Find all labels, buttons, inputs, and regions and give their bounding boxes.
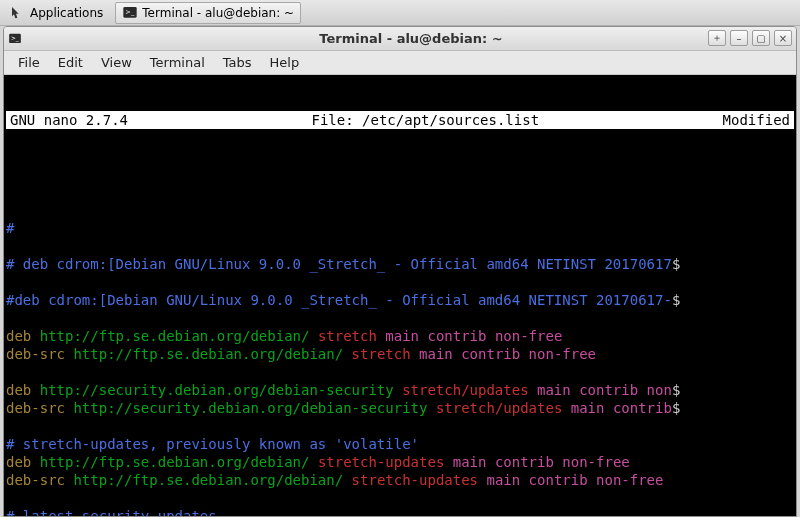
text-segment: # bbox=[6, 220, 14, 236]
text-segment: $ bbox=[672, 256, 680, 272]
text-segment: main contrib bbox=[571, 400, 672, 416]
editor-line bbox=[6, 489, 794, 507]
text-segment: http://ftp.se.debian.org/debian/ bbox=[40, 454, 318, 470]
editor-line: deb-src http://security.debian.org/debia… bbox=[6, 399, 794, 417]
editor-line bbox=[6, 417, 794, 435]
editor-line bbox=[6, 273, 794, 291]
maximize-button[interactable]: ▢ bbox=[752, 30, 770, 46]
editor-line: # bbox=[6, 219, 794, 237]
text-segment: http://ftp.se.debian.org/debian/ bbox=[73, 472, 351, 488]
text-segment: main contrib non-free bbox=[486, 472, 663, 488]
text-segment: http://security.debian.org/debian-securi… bbox=[40, 382, 402, 398]
terminal-window: >_ Terminal - alu@debian: ~ ＋ – ▢ × File… bbox=[3, 26, 797, 517]
text-segment: stretch bbox=[352, 346, 419, 362]
terminal-output[interactable]: GNU nano 2.7.4 File: /etc/apt/sources.li… bbox=[4, 75, 796, 516]
text-segment: deb-src bbox=[6, 472, 73, 488]
menubar: File Edit View Terminal Tabs Help bbox=[4, 51, 796, 75]
editor-line: deb http://ftp.se.debian.org/debian/ str… bbox=[6, 453, 794, 471]
text-segment: main contrib non bbox=[537, 382, 672, 398]
menu-terminal[interactable]: Terminal bbox=[142, 53, 213, 72]
text-segment: stretch/updates bbox=[402, 382, 537, 398]
menu-edit[interactable]: Edit bbox=[50, 53, 91, 72]
window-buttons: ＋ – ▢ × bbox=[708, 30, 792, 46]
text-segment: # latest security updates bbox=[6, 508, 217, 516]
text-segment: http://security.debian.org/debian-securi… bbox=[73, 400, 435, 416]
text-segment: # deb cdrom:[Debian GNU/Linux 9.0.0 _Str… bbox=[6, 256, 672, 272]
mouse-icon bbox=[10, 5, 26, 21]
menu-file[interactable]: File bbox=[10, 53, 48, 72]
svg-text:>_: >_ bbox=[11, 35, 19, 42]
editor-line: #deb cdrom:[Debian GNU/Linux 9.0.0 _Stre… bbox=[6, 291, 794, 309]
close-button[interactable]: × bbox=[774, 30, 792, 46]
window-title: Terminal - alu@debian: ~ bbox=[26, 31, 796, 46]
text-segment: $ bbox=[672, 292, 680, 308]
nano-modified-label: Modified bbox=[719, 111, 794, 129]
text-segment: main contrib non-free bbox=[419, 346, 596, 362]
taskbar-item-label: Terminal - alu@debian: ~ bbox=[142, 6, 294, 20]
editor-line: # latest security updates bbox=[6, 507, 794, 516]
text-segment: main contrib non-free bbox=[453, 454, 630, 470]
desktop-panel: Applications >_ Terminal - alu@debian: ~ bbox=[0, 0, 800, 26]
editor-line bbox=[6, 237, 794, 255]
text-segment: http://ftp.se.debian.org/debian/ bbox=[73, 346, 351, 362]
text-segment: main contrib non-free bbox=[385, 328, 562, 344]
terminal-icon: >_ bbox=[122, 5, 138, 21]
text-segment: deb bbox=[6, 382, 40, 398]
text-segment: deb-src bbox=[6, 400, 73, 416]
editor-line bbox=[6, 363, 794, 381]
applications-label: Applications bbox=[30, 6, 103, 20]
text-segment: deb-src bbox=[6, 346, 73, 362]
editor-line: deb-src http://ftp.se.debian.org/debian/… bbox=[6, 345, 794, 363]
taskbar-item-terminal[interactable]: >_ Terminal - alu@debian: ~ bbox=[115, 2, 301, 24]
menu-view[interactable]: View bbox=[93, 53, 140, 72]
nano-program-label: GNU nano 2.7.4 bbox=[6, 111, 132, 129]
text-segment: deb bbox=[6, 328, 40, 344]
text-segment: $ bbox=[672, 382, 680, 398]
editor-line bbox=[6, 309, 794, 327]
extra-button[interactable]: ＋ bbox=[708, 30, 726, 46]
text-segment: http://ftp.se.debian.org/debian/ bbox=[40, 328, 318, 344]
minimize-button[interactable]: – bbox=[730, 30, 748, 46]
text-segment: stretch bbox=[318, 328, 385, 344]
editor-line: # deb cdrom:[Debian GNU/Linux 9.0.0 _Str… bbox=[6, 255, 794, 273]
menu-help[interactable]: Help bbox=[262, 53, 308, 72]
text-segment: # stretch-updates, previously known as '… bbox=[6, 436, 419, 452]
text-segment: deb bbox=[6, 454, 40, 470]
nano-status-bar: GNU nano 2.7.4 File: /etc/apt/sources.li… bbox=[6, 111, 794, 129]
editor-line: deb http://ftp.se.debian.org/debian/ str… bbox=[6, 327, 794, 345]
menu-tabs[interactable]: Tabs bbox=[215, 53, 260, 72]
nano-file-label: File: /etc/apt/sources.list bbox=[132, 111, 719, 129]
titlebar[interactable]: >_ Terminal - alu@debian: ~ ＋ – ▢ × bbox=[4, 27, 796, 51]
text-segment: $ bbox=[672, 400, 680, 416]
text-segment: stretch-updates bbox=[352, 472, 487, 488]
text-segment: stretch-updates bbox=[318, 454, 453, 470]
text-segment: #deb cdrom:[Debian GNU/Linux 9.0.0 _Stre… bbox=[6, 292, 672, 308]
editor-body: ## deb cdrom:[Debian GNU/Linux 9.0.0 _St… bbox=[6, 219, 794, 516]
text-segment: stretch/updates bbox=[436, 400, 571, 416]
editor-line: deb http://security.debian.org/debian-se… bbox=[6, 381, 794, 399]
svg-text:>_: >_ bbox=[126, 8, 136, 16]
applications-menu[interactable]: Applications bbox=[4, 3, 109, 23]
terminal-icon: >_ bbox=[4, 32, 26, 46]
editor-line: # stretch-updates, previously known as '… bbox=[6, 435, 794, 453]
editor-line: deb-src http://ftp.se.debian.org/debian/… bbox=[6, 471, 794, 489]
